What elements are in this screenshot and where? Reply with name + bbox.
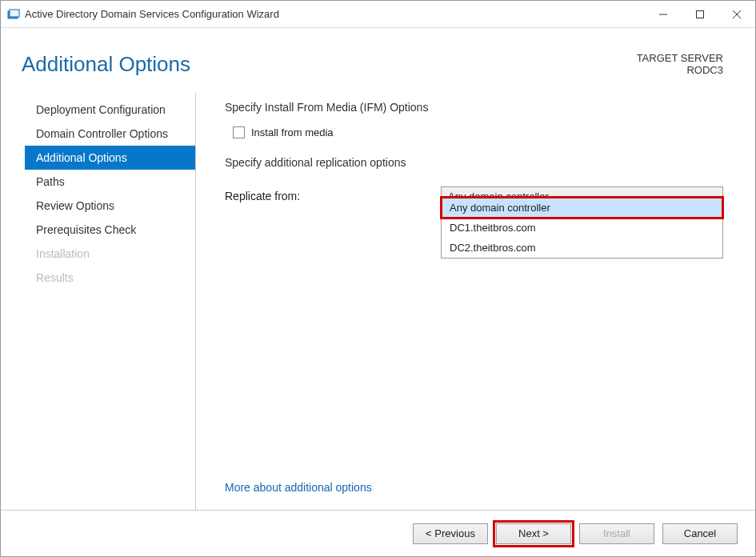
sidebar-item-domain-controller-options[interactable]: Domain Controller Options (25, 122, 195, 146)
install-from-media-row[interactable]: Install from media (233, 126, 723, 138)
target-server-label: TARGET SERVER (637, 52, 723, 64)
sidebar-item-review-options[interactable]: Review Options (25, 194, 195, 218)
sidebar-item-installation: Installation (25, 242, 195, 266)
svg-rect-3 (697, 10, 704, 18)
target-server-name: RODC3 (637, 64, 723, 76)
install-from-media-label: Install from media (251, 126, 334, 138)
wizard-body: Deployment Configuration Domain Controll… (1, 93, 755, 510)
target-server-block: TARGET SERVER RODC3 (637, 52, 723, 76)
wizard-footer: < Previous Next > Install Cancel (1, 510, 755, 556)
page-title: Additional Options (22, 52, 637, 77)
sidebar-item-prerequisites-check[interactable]: Prerequisites Check (25, 218, 195, 242)
dropdown-item-dc1[interactable]: DC1.theitbros.com (442, 218, 722, 238)
ifm-heading: Specify Install From Media (IFM) Options (225, 101, 723, 114)
content-panel: Specify Install From Media (IFM) Options… (196, 93, 731, 510)
minimize-button[interactable] (645, 1, 682, 27)
more-about-additional-options-link[interactable]: More about additional options (225, 481, 723, 502)
sidebar-item-additional-options[interactable]: Additional Options (25, 146, 195, 170)
app-icon (7, 8, 20, 21)
install-button: Install (579, 523, 654, 544)
sidebar-item-paths[interactable]: Paths (25, 170, 195, 194)
page-header: Additional Options TARGET SERVER RODC3 (1, 28, 755, 93)
svg-rect-1 (10, 10, 19, 17)
wizard-steps-sidebar: Deployment Configuration Domain Controll… (25, 93, 196, 510)
title-bar: Active Directory Domain Services Configu… (1, 1, 755, 28)
dropdown-item-dc2[interactable]: DC2.theitbros.com (442, 238, 722, 258)
close-button[interactable] (718, 1, 755, 27)
previous-button[interactable]: < Previous (413, 523, 488, 544)
replication-heading: Specify additional replication options (225, 156, 723, 169)
dropdown-item-any-domain-controller[interactable]: Any domain controller (442, 198, 722, 218)
next-button[interactable]: Next > (496, 523, 571, 544)
install-from-media-checkbox[interactable] (233, 126, 245, 138)
window-title: Active Directory Domain Services Configu… (25, 8, 645, 20)
sidebar-item-results: Results (25, 266, 195, 290)
window-controls (645, 1, 755, 27)
sidebar-item-deployment-configuration[interactable]: Deployment Configuration (25, 98, 195, 122)
replicate-from-label: Replicate from: (225, 190, 441, 202)
replicate-from-dropdown-list: Any domain controller DC1.theitbros.com … (441, 197, 723, 258)
cancel-button[interactable]: Cancel (662, 523, 738, 544)
maximize-button[interactable] (682, 1, 718, 27)
